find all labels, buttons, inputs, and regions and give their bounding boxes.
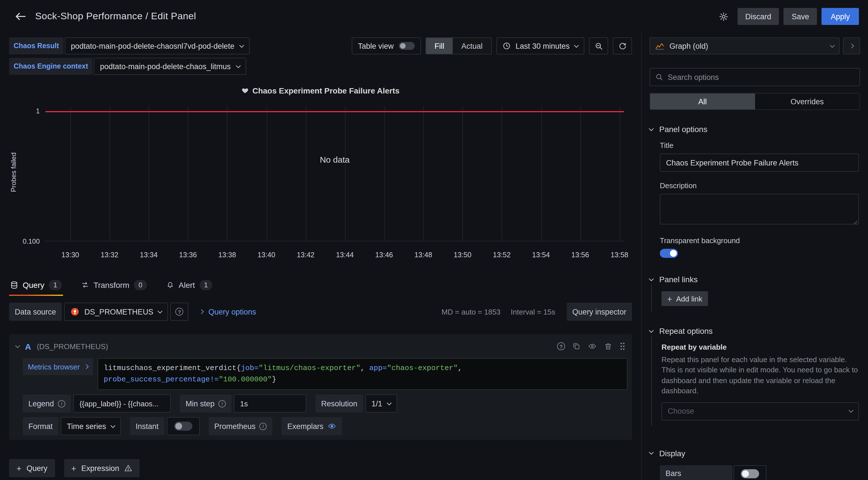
chart: Probes failed 1 0.100 No data 13:3013:32… <box>9 103 632 262</box>
query-options-expander[interactable]: Query options <box>200 307 256 316</box>
resolution-select[interactable]: 1/1 <box>365 395 397 413</box>
exemplars-label: Exemplars <box>287 422 324 431</box>
legend-input[interactable] <box>73 395 171 413</box>
tab-overrides[interactable]: Overrides <box>755 94 860 109</box>
heart-icon <box>242 87 248 94</box>
instant-group: Instant <box>130 417 199 436</box>
eye-icon[interactable] <box>588 342 597 350</box>
min-step-input[interactable] <box>234 395 306 413</box>
variable-label-chaos-engine-context: Chaos Engine context <box>9 58 93 75</box>
collapse-chevron-icon[interactable] <box>15 343 20 348</box>
title-field-label: Title <box>660 141 859 149</box>
description-field-label: Description <box>660 181 859 190</box>
panel-options-header[interactable]: Panel options <box>650 125 860 134</box>
options-filter-tabs: All Overrides <box>650 93 860 110</box>
variable-select-chaos-result[interactable]: podtato-main-pod-delete-chaosnl7vd-pod-d… <box>65 37 250 55</box>
tab-alert[interactable]: Alert 1 <box>165 277 214 296</box>
chevron-down-icon <box>849 408 854 413</box>
repeat-by-variable-label: Repeat by variable <box>661 343 859 351</box>
panel-settings-button[interactable] <box>715 8 733 25</box>
table-view-toggle[interactable] <box>399 42 415 50</box>
gridline <box>620 107 620 241</box>
fill-option[interactable]: Fill <box>426 38 453 54</box>
zoom-out-button[interactable] <box>589 37 608 55</box>
expr-token: "litmus/chaos-exporter" <box>259 364 361 372</box>
bars-row: Bars <box>660 465 859 480</box>
format-label-chip: Format <box>23 417 58 436</box>
x-tick-label: 13:38 <box>218 251 236 259</box>
repeat-options-header[interactable]: Repeat options <box>650 327 860 336</box>
tab-all[interactable]: All <box>650 94 755 109</box>
chevron-down-icon <box>830 43 835 47</box>
copy-icon[interactable] <box>572 342 580 350</box>
help-icon[interactable]: ? <box>557 342 565 350</box>
subtoolbar: Chaos Result podtato-main-pod-delete-cha… <box>9 33 632 75</box>
query-options-label: Query options <box>209 307 256 316</box>
tab-transform[interactable]: Transform 0 <box>80 277 148 296</box>
gridline <box>541 107 541 241</box>
datasource-label: Data source <box>9 303 62 321</box>
panel-title: Chaos Experiment Probe Failure Alerts <box>252 86 400 95</box>
tab-query[interactable]: Query 1 <box>9 277 63 296</box>
section-title: Panel options <box>659 125 708 134</box>
drag-handle-icon[interactable] <box>620 342 625 351</box>
query-card-actions: ? <box>557 342 625 351</box>
query-inspector-button[interactable]: Query inspector <box>566 303 632 321</box>
datasource-help-button[interactable]: ? <box>170 303 189 321</box>
apply-button[interactable]: Apply <box>822 8 859 25</box>
add-expression-button[interactable]: + Expression <box>64 459 140 477</box>
x-tick-label: 13:58 <box>611 251 628 259</box>
gridlines <box>45 107 624 241</box>
discard-button[interactable]: Discard <box>737 8 779 25</box>
datasource-row: Data source DS_PROMETHEUS ? Query option… <box>9 303 632 321</box>
time-range-picker[interactable]: Last 30 minutes <box>496 37 584 55</box>
gridline <box>502 107 502 241</box>
type-group: Prometheus i <box>209 417 273 436</box>
format-select[interactable]: Time series <box>61 417 121 436</box>
refresh-button[interactable] <box>613 37 632 55</box>
gridline <box>70 107 71 241</box>
instant-label-chip: Instant <box>130 417 164 436</box>
transparent-background-toggle[interactable] <box>660 249 678 258</box>
datasource-picker[interactable]: DS_PROMETHEUS <box>64 303 168 321</box>
x-tick-label: 13:30 <box>61 251 79 259</box>
y-tick-label: 0.100 <box>9 237 40 245</box>
repeat-variable-select[interactable]: Choose <box>661 402 859 420</box>
query-ref-id: A <box>25 341 31 351</box>
add-link-button[interactable]: + Add link <box>661 291 708 306</box>
instant-toggle[interactable] <box>174 422 192 431</box>
expr-token: = <box>383 364 387 372</box>
add-query-button[interactable]: + Query <box>9 459 55 477</box>
bars-toggle[interactable] <box>741 469 759 478</box>
fill-actual-group: Fill Actual <box>426 37 492 55</box>
eye-icon[interactable] <box>327 422 336 431</box>
description-wrap <box>660 194 859 227</box>
no-data-message: No data <box>45 155 624 165</box>
trash-icon[interactable] <box>604 342 612 350</box>
expr-token: app <box>369 364 383 372</box>
metrics-browser-button[interactable]: Metrics browser <box>23 358 93 375</box>
variable-select-chaos-engine-context[interactable]: podtato-main-pod-delete-chaos_litmus <box>94 58 246 75</box>
max-data-points-summary: MD = auto = 1853 <box>441 307 500 316</box>
actual-option[interactable]: Actual <box>453 38 491 54</box>
back-button[interactable] <box>9 5 32 28</box>
panel-description-textarea[interactable] <box>660 194 859 225</box>
warning-icon <box>124 465 132 472</box>
expr-token: != <box>210 375 219 384</box>
toggle-options-pane-button[interactable] <box>843 37 860 55</box>
panel-title-input[interactable] <box>660 153 859 172</box>
query-expression[interactable]: litmuschaos_experiment_verdict{job="litm… <box>98 358 628 390</box>
chevron-down-icon <box>158 309 162 313</box>
display-header[interactable]: Display <box>650 449 860 458</box>
bell-icon <box>166 281 174 289</box>
tab-count-badge: 0 <box>134 280 147 290</box>
expr-token: "chaos-exporter" <box>387 364 458 372</box>
y-tick-label: 1 <box>9 107 40 115</box>
options-search-input[interactable] <box>668 73 855 81</box>
visualization-picker[interactable]: Graph (old) <box>650 37 840 55</box>
section-title: Display <box>659 449 685 458</box>
save-button[interactable]: Save <box>784 8 817 25</box>
visualization-value: Graph (old) <box>670 42 708 50</box>
panel-links-header[interactable]: Panel links <box>650 275 860 284</box>
chevron-right-icon <box>84 365 89 369</box>
